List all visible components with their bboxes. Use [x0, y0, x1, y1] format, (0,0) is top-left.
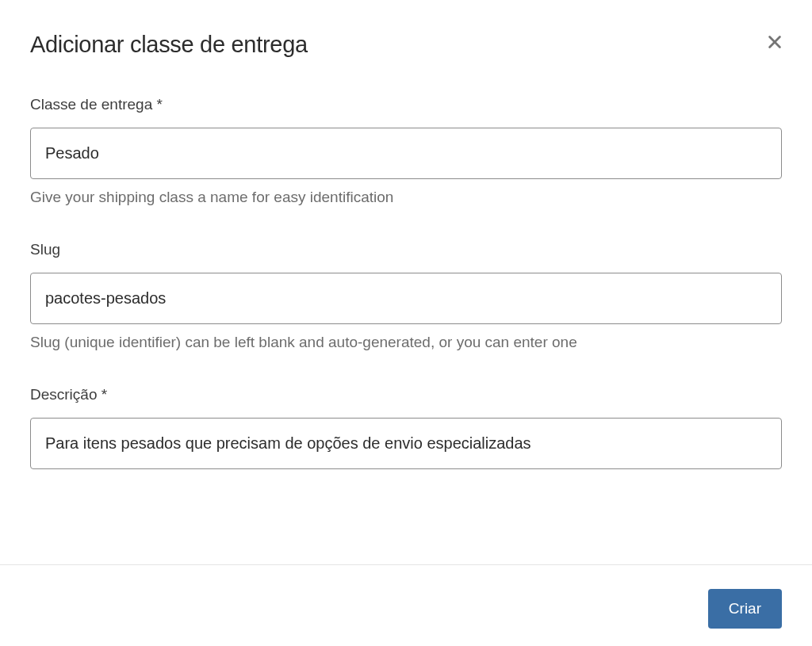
add-shipping-class-modal: Adicionar classe de entrega Classe de en…	[0, 0, 812, 469]
slug-label: Slug	[30, 241, 782, 258]
slug-input[interactable]	[30, 273, 782, 324]
slug-group: Slug Slug (unique identifier) can be lef…	[30, 241, 782, 351]
modal-title: Adicionar classe de entrega	[30, 32, 308, 58]
close-icon	[766, 33, 783, 51]
description-input[interactable]	[30, 418, 782, 469]
modal-header: Adicionar classe de entrega	[30, 32, 782, 58]
modal-footer: Criar	[0, 564, 812, 646]
description-group: Descrição *	[30, 386, 782, 469]
shipping-class-input[interactable]	[30, 128, 782, 179]
shipping-class-help: Give your shipping class a name for easy…	[30, 189, 782, 206]
shipping-class-group: Classe de entrega * Give your shipping c…	[30, 96, 782, 206]
create-button[interactable]: Criar	[708, 589, 782, 629]
shipping-class-label: Classe de entrega *	[30, 96, 782, 113]
description-label: Descrição *	[30, 386, 782, 403]
close-button[interactable]	[763, 30, 787, 56]
slug-help: Slug (unique identifier) can be left bla…	[30, 334, 782, 351]
